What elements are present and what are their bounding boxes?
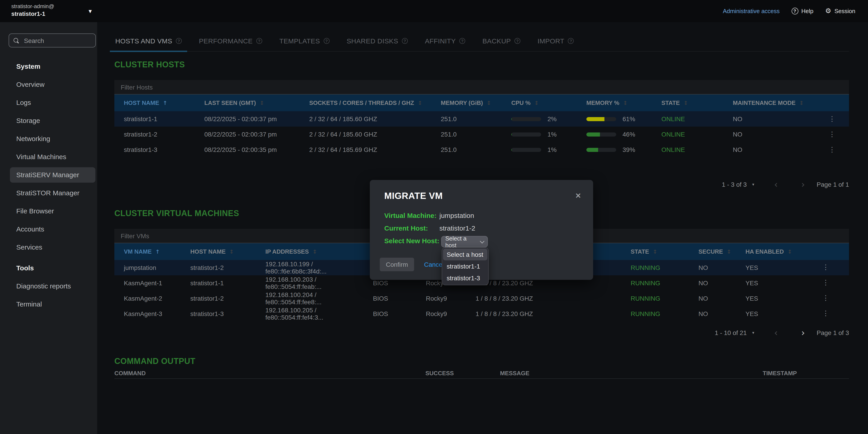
tab-shared-disks[interactable]: SHARED DISKS ? <box>346 37 408 51</box>
nav-header-system: System <box>16 57 97 75</box>
vms-row-kasmagent-3[interactable]: KasmAgent-3 stratistor1-3 192.168.100.20… <box>114 306 849 321</box>
sidebar: System Overview Logs Storage Networking … <box>0 22 97 434</box>
sidebar-item-stratiserv-manager[interactable]: StratiSERV Manager <box>0 166 97 184</box>
sidebar-item-diagnostic-reports[interactable]: Diagnostic reports <box>0 277 97 295</box>
user-menu[interactable]: stratistor-admin@ stratistor1-1 <box>11 3 54 18</box>
cmd-col-success: SUCCESS <box>426 370 500 377</box>
close-icon[interactable]: × <box>575 191 582 200</box>
tab-import[interactable]: IMPORT ? <box>537 37 575 51</box>
row-kebab-menu[interactable]: ⋮ <box>829 131 835 137</box>
row-kebab-menu[interactable]: ⋮ <box>829 147 835 153</box>
confirm-button[interactable]: Confirm <box>380 258 414 271</box>
tab-templates[interactable]: TEMPLATES ? <box>278 37 331 51</box>
hosts-col-spec[interactable]: SOCKETS / CORES / THREADS / GHZ↕ <box>309 99 441 106</box>
next-page-button[interactable]: › <box>801 328 805 337</box>
vm-host: stratistor1-2 <box>190 264 266 271</box>
new-host-select[interactable]: Select a host <box>441 236 488 247</box>
sort-icon: ↕ <box>229 248 234 255</box>
sidebar-item-virtual-machines[interactable]: Virtual Machines <box>0 148 97 166</box>
dropdown-option-select-a-host[interactable]: Select a host <box>443 249 487 260</box>
command-output-title: COMMAND OUTPUT <box>114 357 849 366</box>
hosts-filter <box>114 80 849 94</box>
user-name: stratistor-admin@ <box>11 3 54 10</box>
page-size-caret-icon[interactable]: ▾ <box>752 331 754 335</box>
tab-affinity[interactable]: AFFINITY ? <box>424 37 466 51</box>
row-kebab-menu[interactable]: ⋮ <box>822 264 829 271</box>
hosts-col-cpu[interactable]: CPU %↕ <box>511 99 586 106</box>
memory-bar <box>586 148 616 152</box>
sidebar-item-accounts[interactable]: Accounts <box>0 220 97 238</box>
help-button[interactable]: ? Help <box>792 8 813 14</box>
prev-page-button[interactable]: ‹ <box>774 328 778 337</box>
row-kebab-menu[interactable]: ⋮ <box>822 295 829 302</box>
host-maintenance: NO <box>733 146 829 153</box>
row-kebab-menu[interactable]: ⋮ <box>822 279 829 287</box>
hosts-col-state[interactable]: STATE↕ <box>661 99 733 106</box>
sidebar-item-stratistor-manager[interactable]: StratiSTOR Manager <box>0 184 97 202</box>
tab-backup[interactable]: BACKUP ? <box>482 37 521 51</box>
hosts-col-maintenance[interactable]: MAINTENANCE MODE↕ <box>733 99 829 106</box>
vms-col-host-name[interactable]: HOST NAME↕ <box>190 248 266 255</box>
sidebar-item-overview[interactable]: Overview <box>0 75 97 94</box>
search-icon <box>13 38 19 43</box>
vms-col-ip[interactable]: IP ADDRESSES↕ <box>266 248 373 255</box>
sort-icon: ↕ <box>726 248 731 255</box>
host-memory: 251.0 <box>441 131 511 138</box>
host-spec: 2 / 32 / 64 / 185.60 GHZ <box>309 115 441 123</box>
vms-range: 1 - 10 of 21 <box>715 329 747 336</box>
sidebar-item-storage[interactable]: Storage <box>0 112 97 130</box>
hosts-col-mem-pct[interactable]: MEMORY %↕ <box>586 99 661 106</box>
prev-page-button[interactable]: ‹ <box>774 180 778 189</box>
host-name: stratistor1-2 <box>124 131 204 138</box>
tab-performance[interactable]: PERFORMANCE ? <box>198 37 263 51</box>
vms-col-vm-name[interactable]: VM NAME↑ <box>124 248 190 255</box>
dropdown-option-stratistor1-3[interactable]: stratistor1-3 <box>443 272 487 284</box>
sidebar-item-services[interactable]: Services <box>0 238 97 256</box>
modal-new-host-label: Select New Host: <box>384 237 439 245</box>
tab-bar: HOSTS AND VMS ? PERFORMANCE ? TEMPLATES … <box>114 22 849 52</box>
sidebar-item-file-browser[interactable]: File Browser <box>0 202 97 220</box>
hosts-col-last-seen[interactable]: LAST SEEN (GMT)↕ <box>204 99 309 106</box>
host-state: ONLINE <box>661 115 733 123</box>
dropdown-option-stratistor1-1[interactable]: stratistor1-1 <box>443 260 487 272</box>
hosts-filter-input[interactable] <box>120 83 844 91</box>
app-root: stratistor-admin@ stratistor1-1 ▼ Admini… <box>0 0 868 434</box>
cancel-button[interactable]: Cancel <box>424 261 444 268</box>
hosts-row-stratistor1-1[interactable]: stratistor1-1 08/22/2025 - 02:00:37 pm 2… <box>114 111 849 127</box>
administrative-access-link[interactable]: Administrative access <box>723 8 780 14</box>
row-kebab-menu[interactable]: ⋮ <box>822 310 829 317</box>
row-kebab-menu[interactable]: ⋮ <box>829 116 835 122</box>
vms-col-ha[interactable]: HA ENABLED↕ <box>745 248 849 255</box>
session-button[interactable]: ⚙ Session <box>825 8 855 14</box>
vms-row-kasmagent-2[interactable]: KasmAgent-2 stratistor1-2 192.168.100.20… <box>114 291 849 306</box>
tab-help-icon: ? <box>515 38 520 44</box>
memory-bar <box>586 132 616 136</box>
page-size-caret-icon[interactable]: ▾ <box>752 182 754 187</box>
host-state: ONLINE <box>661 131 733 138</box>
modal-current-host-value: stratistor1-2 <box>439 224 475 232</box>
user-menu-caret-icon[interactable]: ▼ <box>89 9 92 13</box>
sidebar-item-terminal[interactable]: Terminal <box>0 295 97 313</box>
vm-host: stratistor1-3 <box>190 310 266 317</box>
sort-asc-icon: ↑ <box>163 100 167 106</box>
hosts-row-stratistor1-2[interactable]: stratistor1-2 08/22/2025 - 02:00:37 pm 2… <box>114 127 849 142</box>
cmd-col-command: COMMAND <box>114 370 426 377</box>
sort-icon: ↕ <box>312 248 317 255</box>
vms-pagination: 1 - 10 of 21 ▾ ‹ › Page 1 of 3 <box>114 327 849 338</box>
tab-help-icon: ? <box>459 38 465 44</box>
vm-spec: 1 / 8 / 8 / 23.20 GHZ <box>475 295 631 302</box>
sidebar-item-logs[interactable]: Logs <box>0 94 97 112</box>
next-page-button[interactable]: › <box>801 180 805 189</box>
search-input[interactable] <box>23 36 91 44</box>
sidebar-item-networking[interactable]: Networking <box>0 130 97 148</box>
vms-col-secure[interactable]: SECURE↕ <box>699 248 745 255</box>
hosts-col-memory[interactable]: MEMORY (GiB)↕ <box>441 99 511 106</box>
hosts-row-stratistor1-3[interactable]: stratistor1-3 08/22/2025 - 02:00:35 pm 2… <box>114 142 849 157</box>
tab-hosts-and-vms[interactable]: HOSTS AND VMS ? <box>114 37 183 51</box>
vms-col-state[interactable]: STATE↕ <box>631 248 699 255</box>
hosts-col-host-name[interactable]: HOST NAME↑ <box>124 99 204 106</box>
cpu-bar <box>511 117 541 121</box>
memory-bar <box>586 117 616 121</box>
cmd-col-message: MESSAGE <box>500 370 763 377</box>
sort-icon: ↕ <box>534 100 539 106</box>
